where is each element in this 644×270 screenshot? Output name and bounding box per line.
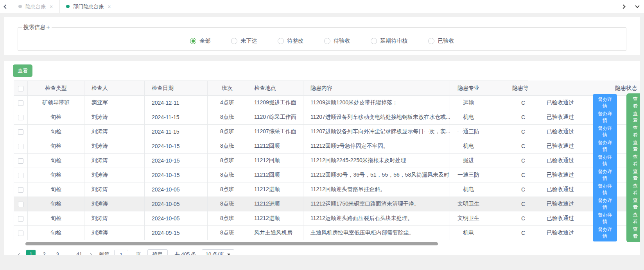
status-text: 已验收通过 xyxy=(532,114,588,121)
prev-page-button[interactable] xyxy=(16,250,24,255)
radio-label: 待整改 xyxy=(287,38,304,45)
radio-pending-accept[interactable]: 待验收 xyxy=(324,38,350,45)
status-text: 已验收通过 xyxy=(532,99,588,106)
scrollbar-thumb[interactable] xyxy=(25,242,438,245)
cell-shift: 8点班 xyxy=(208,211,247,226)
cell-inspector: 刘涛涛 xyxy=(84,125,145,139)
cell-check-date: 2024-10-05 xyxy=(145,182,208,197)
row-checkbox[interactable] xyxy=(18,231,23,236)
status-text: 已验收通过 xyxy=(532,172,588,179)
row-checkbox[interactable] xyxy=(18,202,23,207)
cell-check-date: 2024-12-11 xyxy=(145,96,208,110)
row-checkbox[interactable] xyxy=(18,158,23,164)
radio-icon xyxy=(428,38,434,44)
select-all-checkbox[interactable] xyxy=(18,86,23,91)
cell-content: 11207进顺设备列车向外冲尘记录牌板显示每日一次，实... xyxy=(303,125,450,139)
cell-check-type: 旬检 xyxy=(28,168,84,182)
supervise-detail-button[interactable]: 督办详情 xyxy=(593,224,617,241)
tab-hidden-danger-ledger[interactable]: 隐患台账 × xyxy=(12,0,59,13)
page-number-41[interactable]: 41 xyxy=(75,250,84,255)
row-checkbox-cell xyxy=(14,139,28,154)
page-size-select[interactable]: 10 条/页 xyxy=(202,249,235,256)
tab-bar: 隐患台账 × 部门隐患台账 × xyxy=(0,0,644,13)
cell-shift: 8点班 xyxy=(208,168,247,182)
row-checkbox-cell xyxy=(14,226,28,240)
cell-location: 11209掘进工作面 xyxy=(247,96,303,110)
cell-shift: 8点班 xyxy=(208,125,247,139)
row-checkbox[interactable] xyxy=(18,115,23,120)
tabs-scroll-left-button[interactable] xyxy=(0,0,12,13)
cell-check-type: 旬检 xyxy=(28,211,84,226)
row-checkbox[interactable] xyxy=(18,173,23,178)
page-number-3[interactable]: 3 xyxy=(53,250,62,255)
status-text: 已验收通过 xyxy=(532,229,588,236)
tabs-menu-button[interactable] xyxy=(630,0,644,13)
cell-content: 11212回顺迎头管路吊挂歪斜。 xyxy=(303,182,450,197)
row-view-button[interactable]: 查看 xyxy=(626,224,640,242)
cell-content: 11207进顺设备列车移动变电站处接地钢板未放在水仓或... xyxy=(303,110,450,125)
page-number-2[interactable]: 2 xyxy=(39,250,49,255)
row-checkbox[interactable] xyxy=(18,100,23,106)
row-checkbox-cell xyxy=(14,197,28,211)
tab-department-hidden-danger-ledger[interactable]: 部门隐患台账 × xyxy=(59,0,117,13)
row-status-actions: 已验收通过 督办详情 查看 xyxy=(528,96,640,110)
table-zone: 检查类型 检查人 检查日期 班次 检查地点 隐患内容 隐患专业 隐患等级 矿领导… xyxy=(14,80,640,240)
chevron-right-icon xyxy=(88,252,92,255)
cell-check-type: 旬检 xyxy=(28,182,84,197)
radio-label: 未下达 xyxy=(241,38,257,45)
row-checkbox[interactable] xyxy=(18,187,23,193)
radio-icon xyxy=(371,38,377,44)
page-number-1[interactable]: 1 xyxy=(26,250,36,255)
chevron-down-icon xyxy=(635,4,639,8)
cell-specialty: 机电 xyxy=(450,226,487,240)
table-panel: 查看 检查类型 检查人 检查日期 班次 检查地点 隐患内容 隐患专业 隐患等级 xyxy=(4,61,640,255)
header-check-date: 检查日期 xyxy=(145,81,208,96)
status-text: 已验收通过 xyxy=(532,143,588,150)
radio-delay-pending-review[interactable]: 延期待审核 xyxy=(371,38,408,45)
expand-plus-icon[interactable]: + xyxy=(46,23,50,31)
header-shift: 班次 xyxy=(208,81,247,96)
tabs-scroll-right-button[interactable] xyxy=(616,0,630,13)
radio-not-issued[interactable]: 未下达 xyxy=(231,38,257,45)
row-checkbox[interactable] xyxy=(18,129,23,135)
view-button[interactable]: 查看 xyxy=(13,64,32,77)
row-checkbox-cell xyxy=(14,168,28,182)
radio-icon xyxy=(278,38,284,44)
chevron-left-icon xyxy=(4,4,8,9)
radio-all[interactable]: 全部 xyxy=(190,38,211,45)
status-text: 已验收通过 xyxy=(532,215,588,222)
cell-check-type: 旬检 xyxy=(28,154,84,168)
jump-suffix-label: 页 xyxy=(136,251,141,255)
close-icon[interactable]: × xyxy=(108,4,111,9)
cell-check-type: 矿领导带班 xyxy=(28,96,84,110)
search-legend: 搜索信息 + xyxy=(22,23,52,31)
cell-specialty: 机电 xyxy=(450,110,487,125)
header-inspector: 检查人 xyxy=(84,81,145,96)
cell-shift: 4点班 xyxy=(208,96,247,110)
cell-inspector: 刘涛涛 xyxy=(84,197,145,211)
cell-location: 11212进顺 xyxy=(247,197,303,211)
page-ellipsis: ... xyxy=(66,252,71,256)
cell-specialty: 一通三防 xyxy=(450,125,487,139)
row-checkbox-cell xyxy=(14,211,28,226)
cell-check-type: 旬检 xyxy=(28,226,84,240)
row-checkbox[interactable] xyxy=(18,216,23,222)
horizontal-scrollbar xyxy=(14,242,640,246)
radio-accepted[interactable]: 已验收 xyxy=(428,38,454,45)
row-checkbox-cell xyxy=(14,125,28,139)
confirm-button[interactable]: 确定 xyxy=(147,249,168,256)
fixed-right-columns: 隐患状态 已验收通过 督办详情 查看 已验收通过 督办详情 查看 已验收通过 督… xyxy=(528,80,640,240)
jump-page-input[interactable] xyxy=(114,250,128,256)
tab-status-dot-icon xyxy=(18,5,22,8)
page-size-label: 10 条/页 xyxy=(206,251,224,255)
next-page-button[interactable] xyxy=(86,250,95,255)
cell-check-date: 2024-10-05 xyxy=(145,211,208,226)
row-checkbox[interactable] xyxy=(18,144,23,149)
radio-pending-rectify[interactable]: 待整改 xyxy=(278,38,304,45)
close-icon[interactable]: × xyxy=(50,4,53,9)
status-text: 已验收通过 xyxy=(532,157,588,164)
cell-location: 11207综采工作面 xyxy=(247,110,303,125)
cell-location: 11212回顺 xyxy=(247,168,303,182)
search-panel: 搜索信息 + 全部 未下达 待整改 待验收 延期待审核 xyxy=(4,17,640,55)
cell-check-date: 2024-10-05 xyxy=(145,197,208,211)
